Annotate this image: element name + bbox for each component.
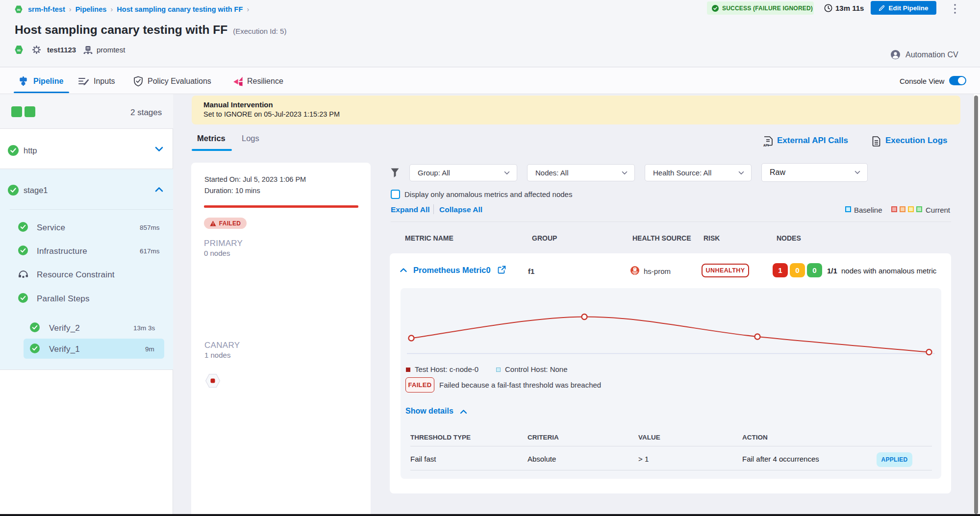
svg-text:∞: ∞	[17, 7, 20, 12]
svg-text:API: API	[763, 144, 769, 147]
svg-text:∞: ∞	[17, 47, 21, 53]
